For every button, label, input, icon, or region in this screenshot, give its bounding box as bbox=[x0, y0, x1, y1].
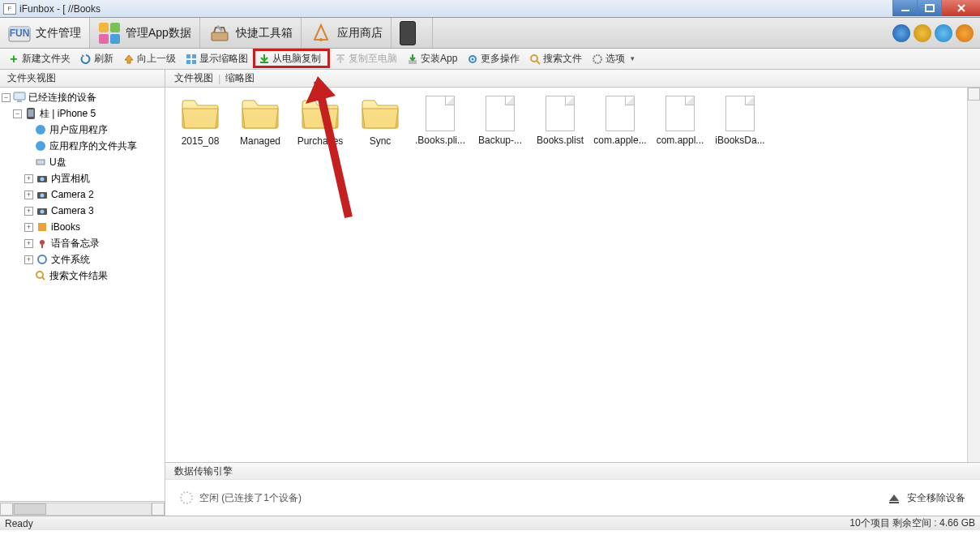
tree-usb-label: U盘 bbox=[49, 156, 66, 169]
weibo-icon[interactable] bbox=[956, 24, 974, 42]
safe-eject-button[interactable]: 安全移除设备 bbox=[889, 491, 965, 505]
tree-ibooks[interactable]: +iBooks bbox=[0, 219, 165, 235]
tree-camera[interactable]: +内置相机 bbox=[0, 170, 165, 186]
status-bar: Ready 10个项目 剩余空间 : 4.66 GB bbox=[0, 516, 980, 530]
plus-icon: + bbox=[8, 54, 19, 65]
expand-icon[interactable]: + bbox=[24, 239, 33, 248]
expand-icon[interactable]: + bbox=[24, 255, 33, 264]
svg-point-32 bbox=[40, 240, 45, 245]
download-icon bbox=[259, 53, 270, 64]
tree-user-apps-label: 用户应用程序 bbox=[49, 123, 108, 137]
toolbar-options[interactable]: 选项▼ bbox=[587, 49, 640, 68]
file-icon bbox=[426, 96, 455, 131]
file-item[interactable]: .Books.pli... bbox=[410, 96, 470, 147]
toolbar-new-folder[interactable]: +新建文件夹 bbox=[3, 49, 75, 68]
tree-camera3[interactable]: +Camera 3 bbox=[0, 203, 165, 219]
item-name: Sync bbox=[370, 135, 392, 147]
toolbar-refresh[interactable]: 刷新 bbox=[75, 49, 118, 68]
window-minimize-button[interactable] bbox=[892, 0, 917, 16]
tab-app-store[interactable]: 应用商店 bbox=[302, 18, 392, 48]
toolbar-options-label: 选项 bbox=[606, 52, 625, 66]
quick-icons bbox=[892, 18, 980, 48]
tree-camera2[interactable]: +Camera 2 bbox=[0, 186, 165, 203]
tree-usb[interactable]: U盘 bbox=[0, 154, 165, 170]
scroll-right-button[interactable] bbox=[152, 503, 165, 516]
tab-toolbox[interactable]: 快捷工具箱 bbox=[200, 18, 302, 48]
appstore-icon bbox=[310, 22, 332, 45]
item-name: Books.plist bbox=[537, 135, 584, 146]
file-grid[interactable]: 2015_08ManagedPurchasesSync.Books.pli...… bbox=[165, 88, 980, 462]
main-panel: 文件视图 | 缩略图 2015_08ManagedPurchasesSync.B… bbox=[165, 70, 980, 516]
window-maximize-button[interactable] bbox=[917, 0, 941, 16]
folder-item[interactable]: Purchases bbox=[290, 96, 350, 147]
collapse-icon[interactable]: − bbox=[2, 93, 11, 102]
collapse-icon[interactable]: − bbox=[13, 109, 22, 118]
item-name: iBooksDa... bbox=[715, 135, 764, 146]
folder-tree[interactable]: − 已经连接的设备 − 桂 | iPhone 5 bbox=[0, 88, 165, 501]
tab-device[interactable]: ­­­­­­­­­­­ bbox=[392, 18, 433, 48]
status-right: 10个项目 剩余空间 : 4.66 GB bbox=[849, 516, 975, 530]
globe-blue-icon bbox=[34, 139, 47, 152]
globe-icon[interactable] bbox=[892, 24, 910, 42]
expand-icon[interactable]: + bbox=[24, 223, 33, 232]
toolbar-thumbnails[interactable]: 显示缩略图 bbox=[181, 49, 253, 68]
tree-voice-label: 语音备忘录 bbox=[51, 237, 100, 250]
scroll-thumb[interactable] bbox=[14, 503, 46, 515]
svg-rect-10 bbox=[192, 60, 196, 64]
scroll-left-button[interactable] bbox=[0, 503, 13, 516]
svg-point-17 bbox=[593, 55, 601, 63]
toolbar-search-label: 搜索文件 bbox=[543, 52, 582, 66]
expand-icon[interactable]: + bbox=[24, 207, 33, 216]
toolbar-more[interactable]: 更多操作 bbox=[462, 49, 524, 68]
expand-icon[interactable]: + bbox=[24, 191, 33, 199]
file-item[interactable]: com.apple... bbox=[590, 96, 650, 147]
folder-icon bbox=[240, 96, 280, 132]
toolbar-copy-from-pc[interactable]: 从电脑复制 bbox=[253, 49, 330, 68]
tree-root[interactable]: − 已经连接的设备 bbox=[0, 89, 165, 105]
usb-icon bbox=[34, 156, 47, 169]
tree-device[interactable]: − 桂 | iPhone 5 bbox=[0, 105, 165, 122]
scroll-track[interactable] bbox=[13, 503, 152, 516]
tab-file-manager[interactable]: FUN 文件管理 bbox=[0, 18, 90, 48]
folder-item[interactable]: Managed bbox=[230, 96, 290, 147]
search-icon bbox=[529, 54, 541, 65]
svg-rect-31 bbox=[38, 223, 46, 231]
tree-app-file-sharing[interactable]: 应用程序的文件共享 bbox=[0, 138, 165, 154]
toolbar-refresh-label: 刷新 bbox=[94, 52, 113, 66]
tab-app-data-label: 管理App数据 bbox=[126, 26, 191, 41]
folder-item[interactable]: 2015_08 bbox=[170, 96, 230, 147]
tree-user-apps[interactable]: 用户应用程序 bbox=[0, 122, 165, 138]
toolbar-up[interactable]: 向上一级 bbox=[118, 49, 181, 68]
transfer-header: 数据传输引擎 bbox=[165, 462, 980, 480]
tab-app-data[interactable]: 管理App数据 bbox=[90, 18, 200, 48]
toolbar-search[interactable]: 搜索文件 bbox=[524, 49, 587, 68]
safe-eject-label: 安全移除设备 bbox=[907, 491, 965, 505]
file-item[interactable]: Books.plist bbox=[530, 96, 590, 147]
tree-filesystem[interactable]: +文件系统 bbox=[0, 251, 165, 268]
folder-item[interactable]: Sync bbox=[350, 96, 410, 147]
separator: | bbox=[218, 73, 220, 84]
install-icon bbox=[407, 54, 418, 65]
file-item[interactable]: iBooksDa... bbox=[710, 96, 770, 147]
info-icon[interactable] bbox=[935, 24, 952, 42]
view-file-button[interactable]: 文件视图 bbox=[174, 71, 213, 85]
folder-icon bbox=[180, 96, 220, 132]
upload-icon bbox=[335, 54, 346, 65]
file-item[interactable]: Backup-... bbox=[470, 96, 530, 147]
tree-search-results[interactable]: 搜索文件结果 bbox=[0, 268, 165, 284]
help-icon[interactable] bbox=[914, 24, 931, 42]
files-vscrollbar[interactable] bbox=[967, 88, 980, 462]
expand-icon[interactable]: + bbox=[24, 174, 33, 183]
sidebar-hscrollbar[interactable] bbox=[0, 501, 165, 516]
svg-rect-5 bbox=[212, 32, 228, 41]
svg-rect-7 bbox=[186, 54, 190, 58]
tree-voice[interactable]: +语音备忘录 bbox=[0, 235, 165, 251]
tab-app-store-label: 应用商店 bbox=[337, 26, 383, 41]
tree-camera-label: 内置相机 bbox=[51, 172, 90, 186]
file-item[interactable]: com.appl... bbox=[650, 96, 710, 147]
view-thumb-button[interactable]: 缩略图 bbox=[225, 71, 255, 85]
scroll-up-button[interactable] bbox=[968, 88, 980, 101]
window-close-button[interactable] bbox=[941, 0, 980, 16]
toolbar-install-app[interactable]: 安装App bbox=[402, 49, 462, 68]
tree-device-label: 桂 | iPhone 5 bbox=[40, 107, 96, 121]
